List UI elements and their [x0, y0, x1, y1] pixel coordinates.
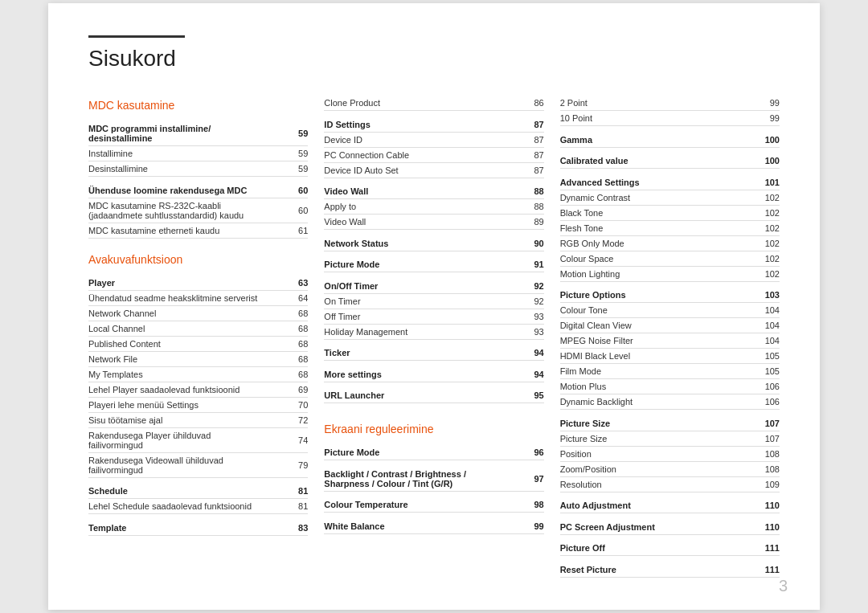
title-bar	[88, 35, 185, 38]
section-title: Avakuvafunktsioon	[88, 253, 308, 266]
table-row: Colour Tone104	[560, 303, 780, 318]
table-row: On/Off Timer92	[324, 277, 543, 294]
table-row: Ühenduse loomine rakendusega MDC60	[88, 182, 308, 198]
table-row: Rakendusega Videowall ühilduvadfailivorm…	[88, 452, 308, 477]
table-row: Picture Off111	[560, 539, 780, 556]
table-row: Ühendatud seadme heaksklitmine serverist…	[88, 290, 308, 305]
page-number: 3	[779, 577, 788, 595]
page: Sisukord MDC kasutamineMDC programmi ins…	[48, 3, 820, 610]
table-row: Picture Options103	[560, 286, 780, 303]
table-row: Position108	[560, 446, 780, 461]
table-row: Picture Mode96	[324, 443, 543, 460]
table-row: MDC kasutamine RS-232C-kaabli(jadaandmet…	[88, 198, 308, 223]
table-row: RGB Only Mode102	[560, 235, 780, 251]
col1: MDC kasutamineMDC programmi installimine…	[88, 96, 308, 578]
table-row: 10 Point99	[560, 111, 780, 126]
table-row: Sisu töötamise ajal72	[88, 412, 308, 427]
table-row: Apply to88	[324, 199, 543, 215]
table-row: More settings94	[324, 366, 543, 382]
table-row: Local Channel68	[88, 321, 308, 336]
table-row: Calibrated value100	[560, 152, 780, 169]
table-row: Network Channel68	[88, 305, 308, 321]
table-row: PC Screen Adjustment110	[560, 518, 780, 535]
table-row: MPEG Noise Filter104	[560, 333, 780, 349]
table-row: Colour Space102	[560, 251, 780, 266]
table-row: Black Tone102	[560, 205, 780, 220]
table-row: Auto Adjustment110	[560, 497, 780, 513]
table-row: Network Status90	[324, 235, 543, 251]
table-row: Picture Size107	[560, 431, 780, 446]
table-row: Holiday Management93	[324, 324, 543, 339]
table-row: My Templates68	[88, 366, 308, 382]
table-row: URL Launcher95	[324, 386, 543, 403]
table-row: Ticker94	[324, 344, 543, 361]
col2: Clone Product86ID Settings87Device ID87P…	[324, 96, 543, 578]
table-row: Motion Plus106	[560, 379, 780, 394]
table-row: Digital Clean View104	[560, 318, 780, 333]
table-row: Template83	[88, 519, 308, 536]
table-row: Film Mode105	[560, 364, 780, 379]
table-row: Resolution109	[560, 476, 780, 492]
table-row: Picture Mode91	[324, 255, 543, 272]
section-title: MDC kasutamine	[88, 99, 308, 112]
table-row: Published Content68	[88, 336, 308, 351]
table-row: Device ID87	[324, 132, 543, 147]
content-columns: MDC kasutamineMDC programmi installimine…	[88, 96, 780, 578]
table-row: Colour Temperature98	[324, 496, 543, 513]
table-row: PC Connection Cable87	[324, 147, 543, 162]
table-row: Dynamic Contrast102	[560, 190, 780, 205]
table-row: Reset Picture111	[560, 561, 780, 578]
table-row: HDMI Black Level105	[560, 349, 780, 364]
col3: 2 Point9910 Point99Gamma100Calibrated va…	[560, 96, 780, 578]
table-row: Network File68	[88, 351, 308, 366]
table-row: Lehel Player saadaolevad funktsioonid69	[88, 382, 308, 397]
table-row: Picture Size107	[560, 415, 780, 431]
table-row: Video Wall88	[324, 182, 543, 199]
table-row: Player63	[88, 274, 308, 291]
table-row: Off Timer93	[324, 309, 543, 324]
table-row: Gamma100	[560, 131, 780, 148]
table-row: Advanced Settings101	[560, 174, 780, 190]
table-row: Desinstallimine59	[88, 161, 308, 177]
table-row: Installimine59	[88, 146, 308, 161]
table-row: 2 Point99	[560, 96, 780, 111]
table-row: Motion Lighting102	[560, 266, 780, 281]
table-row: Flesh Tone102	[560, 220, 780, 235]
table-row: Lehel Schedule saadaolevad funktsioonid8…	[88, 499, 308, 514]
table-row: MDC kasutamine etherneti kaudu61	[88, 223, 308, 238]
table-row: Dynamic Backlight106	[560, 394, 780, 410]
table-row: Backlight / Contrast / Brightness /Sharp…	[324, 465, 543, 492]
page-title: Sisukord	[88, 46, 780, 72]
table-row: Zoom/Position108	[560, 461, 780, 476]
table-row: Device ID Auto Set87	[324, 162, 543, 178]
table-row: On Timer92	[324, 293, 543, 309]
table-row: MDC programmi installimine/desinstallimi…	[88, 120, 308, 146]
table-row: ID Settings87	[324, 116, 543, 133]
section-title: Ekraani reguleerimine	[324, 423, 543, 435]
table-row: Rakendusega Player ühilduvadfailivorming…	[88, 427, 308, 452]
table-row: Clone Product86	[324, 96, 543, 111]
table-row: Schedule81	[88, 482, 308, 499]
table-row: Playeri lehe menüü Settings70	[88, 397, 308, 412]
table-row: Video Wall89	[324, 215, 543, 230]
table-row: White Balance99	[324, 517, 543, 534]
